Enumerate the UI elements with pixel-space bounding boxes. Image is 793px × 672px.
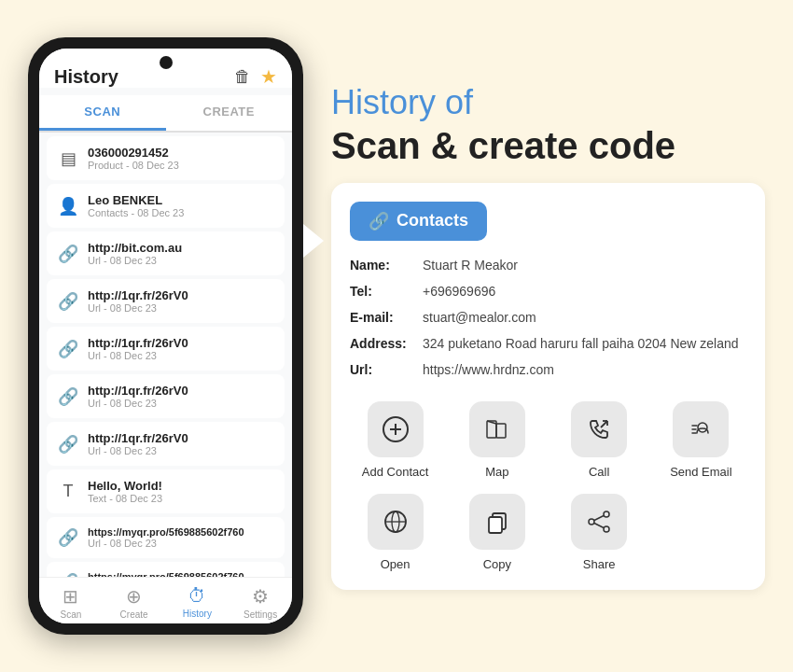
list-item-subtitle: Contacts - 08 Dec 23 — [88, 207, 184, 218]
field-address: Address: 324 puketano Road haruru fall p… — [350, 336, 746, 351]
map-label: Map — [485, 465, 508, 479]
action-row-1: Add Contact Map — [350, 401, 746, 479]
phone-tabs: SCAN CREATE — [39, 95, 292, 133]
call-icon — [571, 401, 627, 457]
list-item-title: Hello, World! — [88, 479, 162, 493]
list-item[interactable]: 🔗 http://1qr.fr/26rV0 Url - 08 Dec 23 — [47, 327, 285, 371]
list-item[interactable]: 🔗 http://1qr.fr/26rV0 Url - 08 Dec 23 — [47, 422, 285, 466]
list-item-text: http://1qr.fr/26rV0 Url - 08 Dec 23 — [88, 431, 188, 456]
map-button[interactable]: Map — [452, 401, 542, 479]
nav-history[interactable]: ⏱ History — [166, 585, 230, 620]
svg-rect-17 — [489, 517, 502, 533]
list-item-subtitle: Url - 08 Dec 23 — [88, 255, 182, 266]
svg-line-21 — [594, 515, 604, 520]
share-icon — [571, 494, 627, 550]
list-item[interactable]: 🔗 https://myqr.pro/5f69885602f760 Url - … — [47, 562, 285, 577]
nav-history-label: History — [183, 609, 212, 619]
field-tel-value: +696969696 — [423, 284, 495, 299]
field-url-value: https://www.hrdnz.com — [423, 362, 554, 377]
phone-bottom-nav: ⊞ Scan ⊕ Create ⏱ History ⚙ Settings — [39, 577, 292, 623]
field-address-label: Address: — [350, 336, 415, 351]
list-item[interactable]: 🔗 https://myqr.pro/5f69885602f760 Url - … — [47, 517, 285, 558]
person-icon: 👤 — [58, 196, 78, 217]
callout-arrow — [303, 224, 324, 258]
add-contact-button[interactable]: Add Contact — [350, 401, 440, 479]
settings-nav-icon: ⚙ — [252, 585, 269, 608]
action-row-2: Open Copy — [350, 494, 746, 571]
list-item-subtitle: Url - 08 Dec 23 — [88, 350, 188, 361]
list-item-subtitle: Text - 08 Dec 23 — [88, 493, 162, 504]
field-tel: Tel: +696969696 — [350, 284, 746, 299]
tab-create[interactable]: CREATE — [166, 95, 293, 131]
copy-button[interactable]: Copy — [452, 494, 542, 571]
list-item-text: Hello, World! Text - 08 Dec 23 — [88, 479, 162, 504]
phone-list: ▤ 036000291452 Product - 08 Dec 23 👤 Leo… — [39, 133, 292, 577]
field-name: Name: Stuart R Meakor — [350, 258, 746, 273]
open-icon — [368, 494, 424, 550]
map-icon — [469, 401, 525, 457]
list-item[interactable]: 👤 Leo BENKEL Contacts - 08 Dec 23 — [47, 184, 285, 228]
share-button[interactable]: Share — [554, 494, 645, 571]
contact-badge: 🔗 Contacts — [350, 202, 487, 241]
list-item-title: http://1qr.fr/26rV0 — [88, 431, 188, 445]
add-contact-icon — [368, 401, 424, 457]
copy-label: Copy — [483, 557, 511, 571]
list-item-text: 036000291452 Product - 08 Dec 23 — [88, 146, 179, 171]
headline: History of Scan & create code — [331, 82, 765, 167]
nav-settings[interactable]: ⚙ Settings — [229, 585, 292, 620]
list-item[interactable]: 🔗 http://1qr.fr/26rV0 Url - 08 Dec 23 — [47, 374, 285, 418]
barcode-icon: ▤ — [58, 148, 78, 169]
field-url: Url: https://www.hrdnz.com — [350, 362, 746, 377]
svg-line-22 — [594, 523, 604, 527]
svg-line-8 — [601, 421, 607, 427]
list-item-text: http://bit.com.au Url - 08 Dec 23 — [88, 241, 182, 266]
nav-scan-label: Scan — [60, 609, 81, 620]
badge-label: Contacts — [396, 211, 468, 231]
link-icon: 🔗 — [58, 339, 78, 359]
phone-screen: History 🗑 ★ SCAN CREATE ▤ 036000291452 P… — [39, 49, 292, 623]
tab-scan[interactable]: SCAN — [39, 95, 166, 131]
field-address-value: 324 puketano Road haruru fall paiha 0204… — [423, 336, 739, 351]
call-button[interactable]: Call — [554, 401, 645, 479]
headline-bottom: Scan & create code — [331, 123, 765, 168]
send-email-label: Send Email — [670, 465, 731, 479]
list-item[interactable]: 🔗 http://bit.com.au Url - 08 Dec 23 — [47, 231, 285, 275]
list-item-title: http://1qr.fr/26rV0 — [88, 288, 188, 302]
text-icon: T — [58, 482, 78, 501]
send-email-icon — [673, 401, 729, 457]
list-item-subtitle: Url - 08 Dec 23 — [88, 302, 188, 314]
svg-point-18 — [604, 511, 609, 517]
action-rows: Add Contact Map — [350, 396, 746, 571]
share-label: Share — [583, 557, 616, 571]
call-label: Call — [589, 465, 609, 479]
open-button[interactable]: Open — [350, 494, 440, 571]
nav-create-label: Create — [120, 609, 148, 620]
list-item-text: Leo BENKEL Contacts - 08 Dec 23 — [88, 193, 184, 218]
delete-icon[interactable]: 🗑 — [234, 67, 251, 87]
svg-point-9 — [698, 423, 707, 432]
history-nav-icon: ⏱ — [188, 585, 206, 607]
svg-point-20 — [589, 519, 594, 525]
list-item-text: https://myqr.pro/5f69885602f760 Url - 08… — [88, 526, 244, 549]
list-item-title: http://1qr.fr/26rV0 — [88, 336, 188, 350]
field-name-label: Name: — [350, 258, 415, 273]
add-contact-label: Add Contact — [362, 465, 429, 479]
nav-create[interactable]: ⊕ Create — [103, 585, 166, 620]
list-item-title: https://myqr.pro/5f69885602f760 — [88, 526, 244, 538]
nav-settings-label: Settings — [243, 609, 277, 620]
star-icon[interactable]: ★ — [260, 65, 277, 88]
phone-header-icons: 🗑 ★ — [234, 65, 277, 88]
link-icon: 🔗 — [58, 527, 78, 548]
nav-scan[interactable]: ⊞ Scan — [39, 585, 103, 620]
list-item-subtitle: Url - 08 Dec 23 — [88, 538, 244, 549]
right-panel: History of Scan & create code 🔗 Contacts… — [331, 82, 765, 589]
field-email-value: stuart@mealor.com — [423, 310, 536, 325]
send-email-button[interactable]: Send Email — [656, 401, 746, 479]
list-item[interactable]: ▤ 036000291452 Product - 08 Dec 23 — [47, 136, 285, 180]
list-item-title: 036000291452 — [88, 146, 179, 160]
list-item[interactable]: T Hello, World! Text - 08 Dec 23 — [47, 469, 285, 513]
phone-title: History — [54, 66, 118, 88]
list-item-subtitle: Url - 08 Dec 23 — [88, 398, 188, 409]
svg-rect-4 — [496, 424, 506, 438]
list-item[interactable]: 🔗 http://1qr.fr/26rV0 Url - 08 Dec 23 — [47, 279, 285, 323]
